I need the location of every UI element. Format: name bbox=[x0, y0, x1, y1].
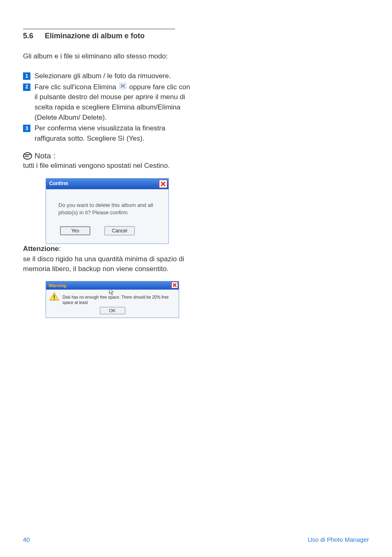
dialog-button-row: Yes Cancel bbox=[46, 226, 168, 244]
close-button[interactable] bbox=[171, 282, 178, 288]
yes-button[interactable]: Yes bbox=[60, 226, 90, 235]
step-2-pre: Fare clic sull'icona Elimina bbox=[35, 83, 118, 91]
step-number-3: 3 bbox=[23, 125, 30, 132]
step-number-1: 1 bbox=[23, 72, 30, 80]
content-column: 5.6 Eliminazione di album e foto Gli alb… bbox=[23, 29, 191, 318]
warning-dialog: Warning bbox=[46, 281, 179, 318]
dialog-title-text: Warning bbox=[48, 283, 67, 288]
list-item: 3 Per conferma viene visualizzata la fin… bbox=[23, 123, 191, 144]
intro-text: Gli album e i file si eliminano allo ste… bbox=[23, 52, 191, 61]
dialog-button-row: OK bbox=[46, 306, 179, 318]
dialog-message: Do you want to delete this album and all… bbox=[46, 189, 168, 226]
section-heading: 5.6 Eliminazione di album e foto bbox=[23, 32, 191, 40]
step-text-2: Fare clic sull'icona Elimina oppure fare… bbox=[35, 82, 191, 123]
attention-label: Attenzione bbox=[23, 245, 59, 253]
close-icon bbox=[160, 181, 166, 187]
cancel-button[interactable]: Cancel bbox=[104, 226, 135, 235]
footer-source: Uso di Photo Manager bbox=[308, 536, 369, 543]
section-rule bbox=[23, 29, 175, 29]
note-label: Nota : bbox=[35, 151, 55, 160]
attention-body-text: se il disco rigido ha una quantità minim… bbox=[23, 255, 184, 273]
step-text-3: Per conferma viene visualizzata la fines… bbox=[35, 123, 191, 144]
attention-paragraph: Attenzione: se il disco rigido ha una qu… bbox=[23, 244, 191, 274]
document-page: 5.6 Eliminazione di album e foto Gli alb… bbox=[0, 0, 392, 557]
step-text-1: Selezionare gli album / le foto da rimuo… bbox=[35, 71, 191, 81]
close-icon bbox=[172, 283, 177, 288]
list-item: 2 Fare clic sull'icona Elimina oppure fa… bbox=[23, 82, 191, 123]
svg-point-11 bbox=[54, 299, 55, 300]
attention-colon: : bbox=[59, 245, 61, 253]
dialog-message: Disk has no enough free space. There sho… bbox=[62, 292, 175, 305]
cursor-icon bbox=[108, 288, 114, 297]
dialog-body: Disk has no enough free space. There sho… bbox=[46, 290, 179, 306]
section-title: Eliminazione di album e foto bbox=[45, 32, 145, 40]
note-heading: Nota : bbox=[23, 151, 191, 160]
dialog-title-text: Confirm bbox=[49, 181, 68, 186]
page-footer: 40 Uso di Photo Manager bbox=[0, 536, 392, 543]
page-number: 40 bbox=[23, 536, 30, 543]
close-button[interactable] bbox=[159, 180, 167, 188]
warning-icon bbox=[49, 292, 59, 303]
section-number: 5.6 bbox=[23, 32, 33, 40]
list-item: 1 Selezionare gli album / le foto da rim… bbox=[23, 71, 191, 81]
ok-button[interactable]: OK bbox=[100, 307, 125, 314]
confirm-dialog: Confirm Do you want to delete this album… bbox=[46, 178, 169, 244]
note-icon bbox=[23, 152, 32, 160]
step-number-2: 2 bbox=[23, 84, 30, 91]
step-list: 1 Selezionare gli album / le foto da rim… bbox=[23, 71, 191, 144]
dialog-titlebar: Confirm bbox=[46, 179, 168, 189]
note-body: tutti i file eliminati vengono spostati … bbox=[23, 161, 191, 171]
delete-icon bbox=[119, 82, 127, 93]
